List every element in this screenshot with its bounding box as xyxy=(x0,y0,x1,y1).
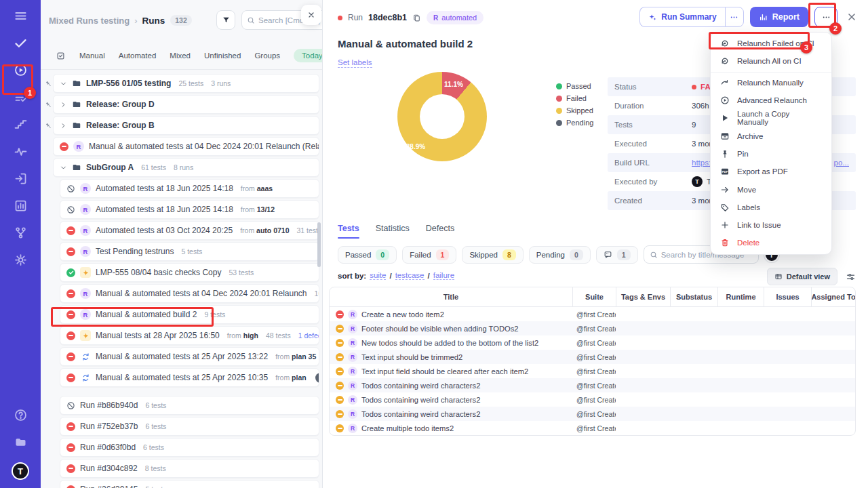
run-item[interactable]: RAutomated tests at 03 Oct 2024 20:25fro… xyxy=(60,221,319,240)
menu-item-relaunch-all-on-ci[interactable]: Relaunch All on CI xyxy=(711,52,831,70)
sort-option-failure[interactable]: failure xyxy=(433,271,454,280)
table-row[interactable]: RTodos containing weird characters2@firs… xyxy=(330,378,855,392)
run-item[interactable]: RAutomated tests at 18 Jun 2025 14:18fro… xyxy=(60,200,319,219)
report-chart-icon xyxy=(759,13,768,22)
breadcrumb-project[interactable]: Mixed Runs testing xyxy=(49,16,130,26)
columns-settings-icon[interactable] xyxy=(846,272,856,282)
copy-icon[interactable] xyxy=(412,14,421,22)
menu-item-move[interactable]: Move xyxy=(711,180,831,198)
table-row[interactable]: RText input should be trimmed2@first Cre… xyxy=(330,350,855,364)
column-header[interactable]: Tags & Envs xyxy=(616,287,670,306)
tab-today[interactable]: Today xyxy=(294,49,322,62)
empty-cell xyxy=(811,350,855,364)
menu-item-advanced-relaunch[interactable]: Advanced Relaunch xyxy=(711,92,831,109)
import-icon[interactable] xyxy=(14,171,28,186)
launch-copy-icon xyxy=(720,113,730,123)
tests-check-icon[interactable] xyxy=(14,36,28,50)
table-row[interactable]: RFooter should be visible when adding TO… xyxy=(330,321,855,336)
empty-cell xyxy=(717,392,764,407)
run-item[interactable]: RTest Pending testruns5 tests xyxy=(60,242,319,261)
menu-item-launch-a-copy-manually[interactable]: Launch a Copy Manually xyxy=(711,109,831,127)
run-item[interactable]: Manual & automated tests at 25 Apr 2025 … xyxy=(60,368,319,387)
branches-icon[interactable] xyxy=(14,226,28,240)
filter-chip-passed[interactable]: Passed0 xyxy=(338,246,397,264)
run-item[interactable]: Run #b86b940d6 tests xyxy=(60,396,319,415)
menu-item-archive[interactable]: Archive xyxy=(711,127,831,144)
set-labels-link[interactable]: Set labels xyxy=(338,58,372,68)
run-item[interactable]: LMP-555 08/04 basic checks Copy53 tests xyxy=(60,263,319,282)
tab-automated[interactable]: Automated xyxy=(119,52,157,60)
run-item[interactable]: Run #26d301455 tests xyxy=(60,480,319,488)
select-all-icon[interactable] xyxy=(56,51,66,61)
menu-item-export-as-pdf[interactable]: PDFExport as PDF xyxy=(711,163,831,180)
run-row: RManual & automated tests at 04 Dec 2024… xyxy=(50,284,319,303)
tab-defects[interactable]: Defects xyxy=(426,224,454,239)
report-button[interactable]: Report xyxy=(750,7,808,27)
projects-folder-icon[interactable] xyxy=(14,435,28,449)
default-view-button[interactable]: Default view xyxy=(767,268,837,285)
menu-item-label: Relaunch Manually xyxy=(737,79,804,87)
filter-chip-failed[interactable]: Failed1 xyxy=(402,246,456,264)
hamburger-menu-icon[interactable] xyxy=(14,9,28,23)
filter-chip-skipped[interactable]: Skipped8 xyxy=(462,246,523,264)
menu-item-relaunch-manually[interactable]: Relaunch Manually xyxy=(711,74,831,92)
run-item[interactable]: RAutomated tests at 18 Jun 2025 14:18fro… xyxy=(60,179,319,198)
runs-scrollbar[interactable] xyxy=(317,222,321,267)
run-item[interactable]: Manual & automated tests at 25 Apr 2025 … xyxy=(60,347,319,366)
column-header[interactable]: Runtime xyxy=(717,287,764,306)
analytics-chart-icon[interactable] xyxy=(14,199,28,213)
user-avatar[interactable]: T xyxy=(12,462,29,480)
run-summary-button[interactable]: Run Summary xyxy=(639,7,724,27)
empty-cell xyxy=(811,364,855,378)
run-summary-more-button[interactable] xyxy=(725,7,744,27)
menu-item-relaunch-failed-on-ci[interactable]: Relaunch Failed on CI xyxy=(711,35,831,52)
table-row[interactable]: RTodos containing weird characters2@firs… xyxy=(330,392,855,407)
table-row[interactable]: RCreate a new todo item2@first Create ..… xyxy=(330,307,855,321)
build-url-tail[interactable]: po... xyxy=(834,159,849,167)
sort-option-suite[interactable]: suite xyxy=(370,271,386,280)
menu-item-link-to-issue[interactable]: Link to Issue xyxy=(711,216,831,234)
run-item[interactable]: RManual & automated tests at 04 Dec 2024… xyxy=(60,284,319,303)
help-icon[interactable] xyxy=(14,408,28,422)
comments-chip[interactable]: 1 xyxy=(596,246,638,264)
column-header[interactable]: Issues xyxy=(764,287,811,306)
table-row[interactable]: RCreate multiple todo items2@first Creat… xyxy=(330,421,855,435)
column-header[interactable]: Title xyxy=(330,287,572,306)
column-header[interactable]: Assigned To xyxy=(811,287,855,306)
column-header[interactable]: Substatus xyxy=(670,287,717,306)
run-item[interactable]: Run #d304c8928 tests xyxy=(60,459,319,478)
tab-tests[interactable]: Tests xyxy=(338,224,359,239)
defects-link[interactable]: 1 defects xyxy=(298,331,319,340)
table-row[interactable]: RNew todos should be added to the bottom… xyxy=(330,336,855,350)
pulse-activity-icon[interactable] xyxy=(14,144,28,159)
run-item[interactable]: Manual tests at 28 Apr 2025 16:50from hi… xyxy=(60,326,319,345)
tab-statistics[interactable]: Statistics xyxy=(376,224,410,239)
menu-item-labels[interactable]: Labels xyxy=(711,199,831,216)
group-item[interactable]: SubGroup A61 tests8 runs xyxy=(53,158,319,177)
group-item[interactable]: Release: Group B xyxy=(53,116,319,135)
panel-close-button[interactable] xyxy=(301,5,321,25)
table-row[interactable]: RText input field should be cleared afte… xyxy=(330,364,855,378)
filter-button[interactable] xyxy=(216,10,235,30)
run-item[interactable]: RManual & automated tests at 04 Dec 2024… xyxy=(53,137,319,156)
detail-close-icon[interactable] xyxy=(846,12,857,22)
steps-icon[interactable] xyxy=(14,117,28,131)
menu-item-delete[interactable]: Delete xyxy=(711,234,831,251)
tab-unfinished[interactable]: Unfinished xyxy=(204,52,241,60)
tab-mixed[interactable]: Mixed xyxy=(170,52,191,60)
tab-groups[interactable]: Groups xyxy=(254,52,280,60)
column-header[interactable]: Suite xyxy=(572,287,616,306)
group-item[interactable]: Release: Group D xyxy=(53,95,319,114)
run-item[interactable]: Run #752eb37b6 tests xyxy=(60,417,319,436)
runs-play-icon[interactable] xyxy=(14,63,28,77)
run-item[interactable]: Run #0d63f0bd6 tests xyxy=(60,438,319,457)
app: T Mixed Runs testing › Runs 132 ManualAu… xyxy=(0,0,868,488)
sort-option-testcase[interactable]: testcase xyxy=(395,271,425,280)
settings-gear-icon[interactable] xyxy=(14,253,28,267)
group-item[interactable]: LMP-556 01/05 testing25 tests3 runs xyxy=(53,74,319,93)
run-item[interactable]: RManual & automated build 29 tests xyxy=(60,305,319,324)
table-row[interactable]: RTodos containing weird characters2@firs… xyxy=(330,407,855,421)
filter-chip-pending[interactable]: Pending0 xyxy=(529,246,591,264)
tab-manual[interactable]: Manual xyxy=(79,52,105,60)
menu-item-pin[interactable]: Pin xyxy=(711,145,831,163)
